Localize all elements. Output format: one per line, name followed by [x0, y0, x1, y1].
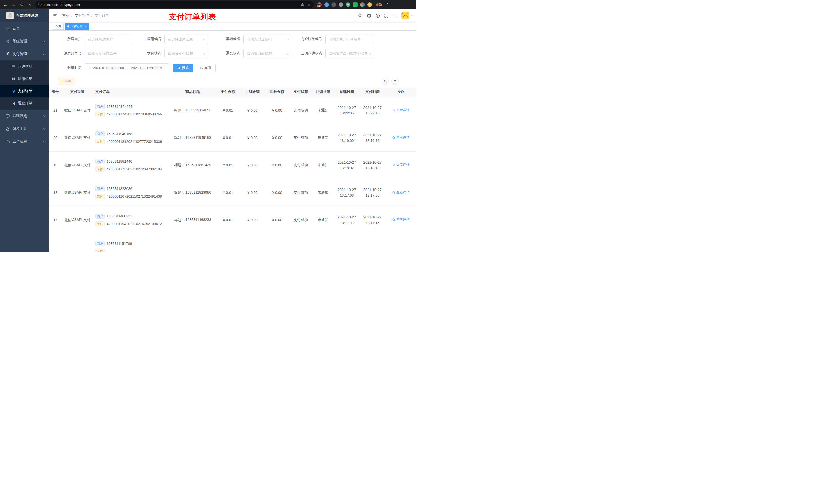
address-bar[interactable]: ⓘ localhost:1024/pay/order ☆: [35, 1, 313, 8]
cell-id: 20: [49, 124, 62, 151]
pay-tag: 支付: [95, 221, 104, 226]
search-icon: [392, 163, 396, 167]
chrome-menu-icon[interactable]: ⋮: [386, 3, 389, 7]
card-icon: [11, 65, 15, 69]
github-icon[interactable]: [366, 13, 372, 18]
fullscreen-icon[interactable]: [384, 13, 389, 18]
sidebar-item-payment[interactable]: ¥ 支付管理: [0, 48, 49, 61]
extension-icon-8[interactable]: [367, 2, 372, 7]
merchant-select[interactable]: [85, 34, 133, 44]
extension-icon-4[interactable]: [339, 2, 343, 7]
chevron-up-icon: [43, 53, 45, 55]
merchant-order-no-input[interactable]: [325, 34, 374, 44]
avatar: [401, 12, 409, 20]
col-notify-status: 回调状态: [312, 88, 334, 97]
extension-icon-2[interactable]: [324, 2, 329, 7]
table-row: 17 微信 JSAPI 支付 商户 1635311468233 支付 42000…: [49, 206, 416, 234]
view-detail-link[interactable]: 查看详情: [392, 135, 410, 140]
share-icon[interactable]: [301, 3, 304, 7]
cell-pay-order: 商户 1635312124657 支付 42000011742021102780…: [93, 97, 170, 124]
svg-text:T: T: [393, 14, 395, 18]
sidebar-item-home[interactable]: 首页: [0, 22, 49, 35]
close-icon[interactable]: ×: [85, 25, 87, 28]
page-annotation: 支付订单列表: [169, 12, 216, 22]
browser-home-icon[interactable]: ⌂: [27, 3, 33, 7]
monitor-icon: [6, 114, 10, 118]
hamburger-icon[interactable]: [53, 13, 58, 18]
breadcrumb-payment[interactable]: 支付管理: [75, 13, 89, 18]
search-button[interactable]: 搜索: [173, 64, 193, 72]
navbar-actions: ? TT: [358, 12, 412, 20]
cell-refund: ¥ 0.00: [265, 97, 289, 124]
pay-tag: 支付: [95, 249, 104, 252]
cell-channel: 微信 JSAPI 支付: [62, 151, 93, 179]
sidebar-item-system[interactable]: 系统管理: [0, 35, 49, 48]
cell-pay-status: 支付成功: [289, 124, 312, 151]
sidebar-item-refund-order[interactable]: 退款订单: [0, 97, 49, 110]
tab-pay-order[interactable]: 支付订单 ×: [65, 23, 89, 30]
top-navbar: 首页 / 支付管理 / 支付订单 支付订单列表 ?: [49, 9, 416, 22]
extension-icon-3[interactable]: [331, 2, 336, 7]
merchant-order-no: 1635312124657: [106, 104, 133, 109]
app-logo-row[interactable]: 芋道管理系统: [0, 9, 49, 22]
extension-icon-1[interactable]: 10: [317, 2, 322, 7]
extensions-area: 10 V: [317, 2, 372, 7]
sidebar-item-app-info[interactable]: 应用信息: [0, 73, 49, 85]
cell-actions: 查看详情: [385, 206, 416, 234]
pay-order-no: 4200001173202110272847982104: [106, 167, 162, 171]
user-menu[interactable]: [401, 12, 412, 20]
channel-order-no-input[interactable]: [85, 49, 133, 58]
sidebar-item-merchant-info[interactable]: 商户信息: [0, 61, 49, 73]
channel-code-select[interactable]: [243, 34, 291, 44]
cell-pay-status: 支付成功: [289, 97, 312, 124]
reset-button[interactable]: 重置: [196, 64, 216, 72]
table-toolbar: 导出: [49, 78, 416, 85]
cell-amount: ¥ 0.01: [216, 151, 240, 179]
view-detail-link[interactable]: 查看详情: [392, 217, 410, 222]
sidebar-item-pay-order[interactable]: 支付订单: [0, 85, 49, 97]
cell-create-time: 2021-10-27 13:17:03: [334, 179, 360, 206]
cell-notify-status: 未通知: [312, 179, 334, 206]
tags-view: 首页 支付订单 ×: [49, 22, 416, 31]
vue-devtools-icon[interactable]: V: [346, 2, 351, 7]
toggle-search-button[interactable]: [382, 78, 389, 85]
bookmark-star-icon[interactable]: ☆: [307, 3, 310, 7]
sidebar-item-workflow[interactable]: 工作流程: [0, 135, 49, 148]
sidebar-item-dev-tools[interactable]: 研发工具: [0, 122, 49, 135]
pay-status-select[interactable]: [164, 49, 208, 58]
export-button[interactable]: 导出: [57, 78, 74, 85]
font-size-icon[interactable]: TT: [393, 13, 398, 18]
refund-status-select[interactable]: [243, 49, 291, 58]
cell-id: 21: [49, 97, 62, 124]
cell-id: 18: [49, 179, 62, 206]
app-select[interactable]: [164, 34, 208, 44]
notify-status-select[interactable]: [325, 49, 374, 58]
cell-amount: ¥ 0.01: [216, 206, 240, 234]
browser-forward-icon[interactable]: →: [11, 3, 16, 7]
refresh-table-button[interactable]: [391, 78, 399, 85]
search-icon[interactable]: [358, 13, 363, 18]
target-icon: [11, 89, 15, 93]
merchant-tag: 商户: [95, 214, 104, 219]
browser-back-icon[interactable]: ←: [3, 3, 8, 7]
search-icon: [384, 80, 387, 83]
view-detail-link[interactable]: 查看详情: [392, 190, 410, 195]
view-detail-link[interactable]: 查看详情: [392, 163, 410, 167]
extension-icon-6[interactable]: [353, 2, 358, 7]
browser-reload-icon[interactable]: [19, 3, 25, 7]
cell-channel: 微信 JSAPI 支付: [62, 206, 93, 234]
create-time-range-picker[interactable]: 2021-10-01 00:00:00 - 2021-10-31 23:59:5…: [85, 63, 169, 72]
view-detail-link[interactable]: 查看详情: [392, 108, 410, 113]
site-info-icon[interactable]: ⓘ: [39, 2, 42, 7]
table-body: 21 微信 JSAPI 支付 商户 1635312124657 支付 42000…: [49, 97, 416, 252]
merchant-tag: 商户: [95, 241, 104, 246]
sidebar-item-infrastructure[interactable]: 基础设施: [0, 110, 49, 122]
extension-icon-7[interactable]: [360, 2, 365, 7]
breadcrumb-home[interactable]: 首页: [62, 13, 69, 18]
help-icon[interactable]: ?: [375, 13, 380, 18]
cell-actions: 查看详情: [385, 97, 416, 124]
merchant-tag: 商户: [95, 131, 104, 137]
chrome-update-button[interactable]: 更新: [376, 2, 382, 7]
col-create-time: 创建时间: [334, 88, 360, 97]
tab-home[interactable]: 首页: [53, 23, 64, 30]
